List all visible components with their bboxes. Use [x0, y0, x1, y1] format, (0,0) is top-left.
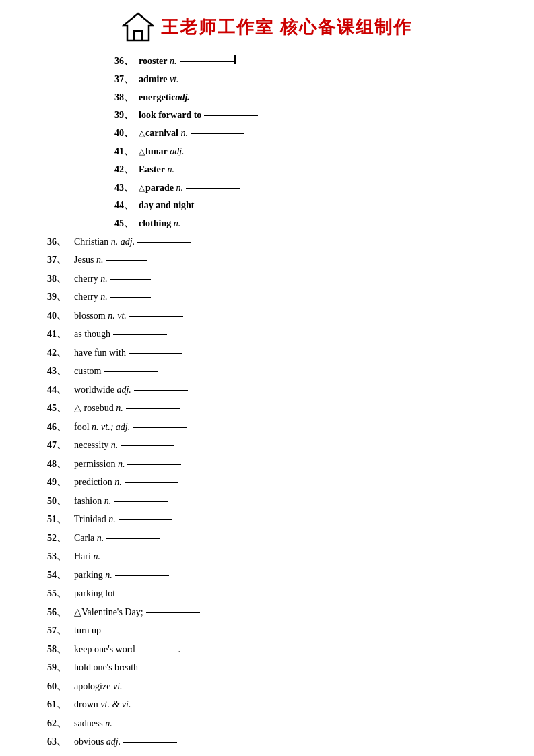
item-number: 37、	[40, 252, 74, 269]
item-pos: n.	[171, 216, 180, 232]
item-number: 45、	[114, 216, 139, 232]
answer-line	[129, 316, 183, 317]
main-content: 36、 rooster n. 37、 admire vt. 38、 energe…	[0, 49, 534, 756]
list-item: 54、 parking n.	[40, 567, 494, 584]
item-number: 64、	[40, 753, 74, 756]
item-pos: n.	[178, 125, 188, 141]
item-word: custom	[74, 363, 101, 380]
answer-line	[125, 482, 178, 483]
list-item: 56、 △Valentine's Day;	[40, 604, 494, 621]
item-word: rooster	[139, 53, 168, 69]
item-number: 41、	[114, 144, 139, 160]
item-word: Jesus n.	[74, 252, 104, 269]
item-word: parade	[145, 180, 174, 196]
answer-line	[119, 519, 172, 520]
list-item: 62、 sadness n.	[40, 716, 494, 732]
item-word: Trinidad n.	[74, 511, 116, 528]
list-item: 45、 clothing n.	[114, 216, 494, 232]
item-pos: n.	[168, 53, 177, 69]
item-word: Carla n.	[74, 530, 104, 547]
item-number: 47、	[40, 437, 74, 454]
item-number: 50、	[40, 493, 74, 510]
item-suffix: .	[178, 641, 180, 658]
answer-line	[110, 279, 151, 280]
list-item: 43、 custom	[40, 363, 494, 380]
item-word: worldwide adj.	[74, 382, 131, 399]
list-item: 36、 rooster n.	[114, 53, 494, 69]
item-word: △ rosebud n.	[74, 400, 123, 417]
list-item: 50、 fashion n.	[40, 493, 494, 510]
answer-line	[183, 224, 237, 224]
list-item: 44、 day and night	[114, 197, 494, 214]
item-number: 36、	[114, 53, 139, 69]
list-item: 45、 △ rosebud n.	[40, 400, 494, 417]
list-item: 63、 obvious adj.	[40, 734, 494, 751]
list-item: 41、 △ lunar adj.	[114, 144, 494, 160]
answer-line	[115, 575, 169, 576]
top-vocab-section: 36、 rooster n. 37、 admire vt. 38、 energe…	[40, 53, 494, 232]
item-word: Easter	[139, 162, 165, 178]
item-word: energetic	[139, 90, 175, 106]
item-number: 54、	[40, 567, 74, 584]
list-item: 42、 have fun with	[40, 345, 494, 362]
answer-line	[106, 260, 147, 261]
list-item: 36、 Christian n. adj.	[40, 234, 494, 251]
item-number: 62、	[40, 716, 74, 732]
item-word: △Valentine's Day;	[74, 604, 143, 621]
item-number: 61、	[40, 697, 74, 714]
answer-line	[182, 80, 236, 80]
item-pos: n.	[165, 162, 174, 178]
item-number: 63、	[40, 734, 74, 751]
list-item: 46、 fool n. vt.; adj.	[40, 419, 494, 436]
bottom-vocab-section: 36、 Christian n. adj. 37、 Jesus n. 38、 c…	[40, 234, 494, 756]
answer-line	[180, 61, 234, 62]
item-word: hold one's breath	[74, 660, 138, 676]
list-item: 41、 as though	[40, 326, 494, 343]
list-item: 37、 admire vt.	[114, 71, 494, 88]
item-word: parking n.	[74, 567, 112, 584]
item-word: necessity n.	[74, 437, 118, 454]
item-word: fashion n.	[74, 493, 111, 510]
answer-line	[193, 98, 246, 98]
list-item: 40、 △ carnival n.	[114, 125, 494, 141]
item-number: 39、	[40, 289, 74, 306]
item-word: day and night	[139, 197, 194, 214]
answer-line	[146, 612, 200, 613]
list-item: 52、 Carla n.	[40, 530, 494, 547]
list-item: 58、 keep one's word .	[40, 641, 494, 658]
item-word: sadness n.	[74, 716, 112, 732]
list-item: 37、 Jesus n.	[40, 252, 494, 269]
answer-line	[141, 668, 195, 668]
item-number: 52、	[40, 530, 74, 547]
answer-line	[113, 334, 167, 335]
answer-line	[125, 687, 179, 687]
item-number: 38、	[114, 90, 139, 106]
svg-marker-0	[123, 13, 153, 40]
answer-line	[110, 297, 151, 298]
header-title: 王老师工作室 核心备课组制作	[161, 15, 412, 39]
item-number: 60、	[40, 679, 74, 695]
item-word: clothing	[139, 216, 171, 232]
item-number: 37、	[114, 71, 139, 88]
answer-line	[114, 501, 168, 502]
list-item: 55、 parking lot	[40, 586, 494, 602]
list-item: 38、 cherry n.	[40, 271, 494, 288]
item-word: cherry n.	[74, 289, 108, 306]
item-pos: adj.	[168, 144, 185, 160]
item-word: prediction n.	[74, 474, 122, 491]
item-number: 44、	[40, 382, 74, 399]
list-item: 49、 prediction n.	[40, 474, 494, 491]
item-number: 38、	[40, 271, 74, 288]
item-number: 45、	[40, 400, 74, 417]
item-word: parking lot	[74, 586, 115, 602]
answer-line	[191, 133, 244, 134]
item-word: wipe vt.	[74, 753, 104, 756]
item-number: 55、	[40, 586, 74, 602]
item-number: 51、	[40, 511, 74, 528]
answer-line	[186, 188, 240, 189]
list-item: 39、 look forward to	[114, 107, 494, 123]
item-word: drown vt. & vi.	[74, 697, 131, 714]
item-word: permission n.	[74, 456, 125, 473]
item-number: 56、	[40, 604, 74, 621]
item-number: 44、	[114, 197, 139, 214]
